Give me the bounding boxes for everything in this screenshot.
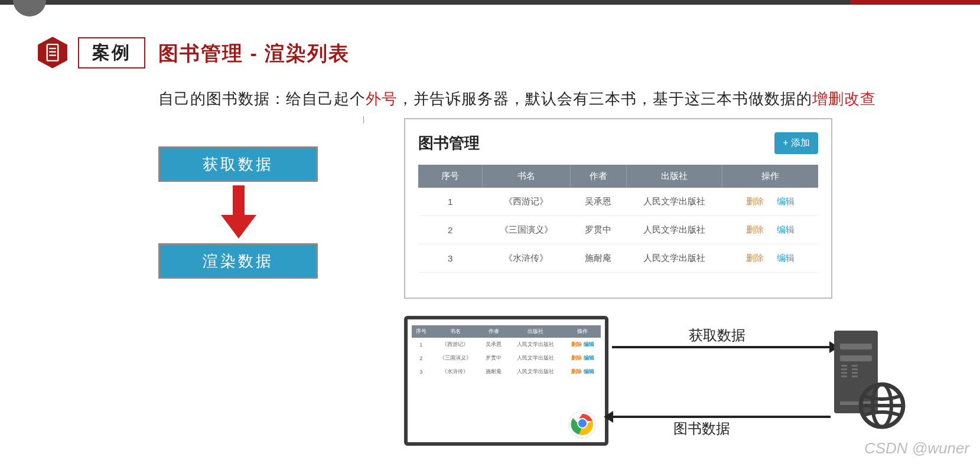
book-table: 序号 书名 作者 出版社 操作 1 《西游记》 吴承恩 人民文学出版社 删除编辑… [418, 165, 818, 273]
title-bar-accent [850, 0, 980, 5]
edit-link[interactable]: 编辑 [777, 196, 795, 206]
list-item: 3《水浒传》施耐庵人民文学出版社删除 编辑 [412, 365, 601, 378]
svg-rect-5 [233, 185, 245, 215]
delete-link[interactable]: 删除 [746, 196, 764, 206]
table-row: 1 《西游记》 吴承恩 人民文学出版社 删除编辑 [418, 188, 818, 216]
flow-step-fetch: 获取数据 [158, 146, 318, 182]
edit-link[interactable]: 编辑 [777, 253, 795, 263]
col-publisher: 出版社 [626, 165, 722, 188]
list-item: 1《西游记》吴承恩人民文学出版社删除 编辑 [412, 338, 601, 351]
watermark: CSDN @wuner [864, 439, 969, 458]
col-author: 作者 [570, 165, 626, 188]
delete-link[interactable]: 删除 [746, 224, 764, 234]
arrow-down-icon [221, 185, 256, 239]
table-row: 3 《水浒传》 施耐庵 人民文学出版社 删除编辑 [418, 244, 818, 273]
document-hex-icon [35, 35, 70, 70]
case-block: 案例 [35, 35, 145, 70]
globe-icon [858, 381, 906, 430]
arrow-left-icon [612, 416, 831, 418]
cursor-mark: | [363, 115, 364, 123]
browser-mock: 序号 书名 作者 出版社 操作 1《西游记》吴承恩人民文学出版社删除 编辑 2《… [404, 316, 608, 446]
col-name: 书名 [482, 165, 570, 188]
flow-step-render: 渲染数据 [158, 243, 318, 279]
desc-prefix: 自己的图书数据：给自己起个 [158, 90, 366, 107]
list-item: 2《三国演义》罗贯中人民文学出版社删除 编辑 [412, 351, 601, 365]
desc-mid: ，并告诉服务器，默认会有三本书，基于这三本书做数据的 [398, 90, 812, 107]
edit-link[interactable]: 编辑 [777, 224, 795, 234]
book-panel-title: 图书管理 [418, 133, 480, 154]
title-bar-circle [13, 0, 46, 17]
table-row: 2 《三国演义》 罗贯中 人民文学出版社 删除编辑 [418, 216, 818, 244]
arrow-label-fetch: 获取数据 [689, 326, 745, 345]
chrome-icon [568, 410, 597, 439]
arrow-label-data: 图书数据 [673, 419, 730, 438]
svg-marker-6 [221, 215, 256, 239]
desc-red-2: 增删改查 [812, 90, 876, 107]
title-bar [0, 0, 980, 5]
col-index: 序号 [418, 165, 482, 188]
book-panel: 图书管理 + 添加 序号 书名 作者 出版社 操作 1 《西游记》 吴承恩 人民… [404, 118, 832, 299]
mini-table: 序号 书名 作者 出版社 操作 1《西游记》吴承恩人民文学出版社删除 编辑 2《… [412, 325, 601, 378]
case-label: 案例 [78, 37, 145, 68]
arrow-right-icon [612, 346, 831, 348]
desc-red-1: 外号 [366, 90, 398, 107]
description-line: 自己的图书数据：给自己起个外号，并告诉服务器，默认会有三本书，基于这三本书做数据… [158, 89, 876, 109]
page-title: 图书管理 - 渲染列表 [158, 40, 350, 67]
col-ops: 操作 [722, 165, 818, 188]
add-button[interactable]: + 添加 [774, 132, 818, 154]
delete-link[interactable]: 删除 [746, 253, 764, 263]
